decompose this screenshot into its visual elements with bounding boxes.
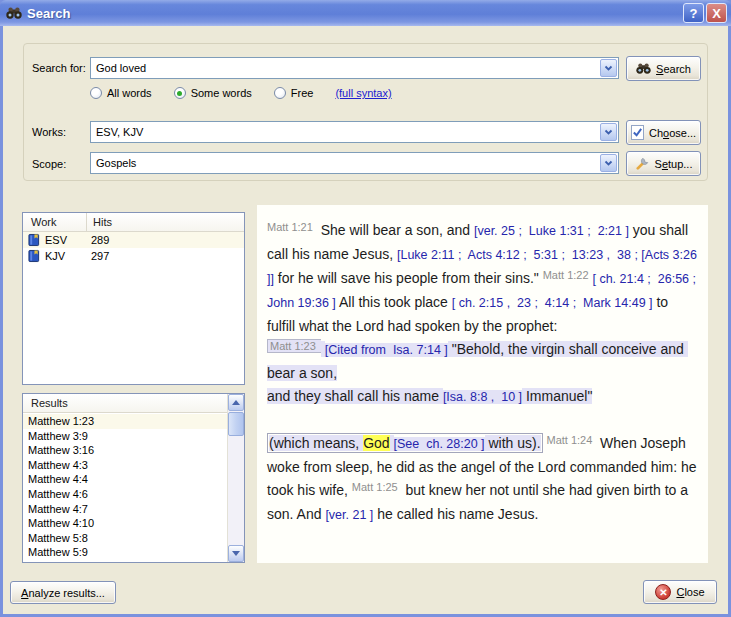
radio-button[interactable] <box>274 87 286 99</box>
works-select-value: ESV, KJV <box>96 126 618 138</box>
scroll-up-button[interactable] <box>228 394 244 411</box>
verse-text: for he will save his people from their s… <box>274 270 543 286</box>
radio-option-some-words[interactable]: Some words <box>174 87 252 99</box>
window-close-button[interactable]: X <box>706 3 727 23</box>
search-mode-radios: All wordsSome wordsFree(full syntax) <box>90 87 392 99</box>
setup-scope-button[interactable]: Setup... <box>626 151 701 176</box>
results-header[interactable]: Results <box>23 394 228 413</box>
verse-text-panel: Matt 1:21 She will bear a son, and [ver.… <box>257 205 708 563</box>
list-item[interactable]: Matthew 3:9 <box>23 429 227 444</box>
full-syntax-link[interactable]: (full syntax) <box>335 87 391 99</box>
hits-column-header[interactable]: Hits <box>87 216 112 228</box>
scope-label: Scope: <box>32 158 66 170</box>
search-hit-word: God <box>363 435 389 451</box>
work-name: ESV <box>45 234 87 246</box>
verse-text: She will bear a son, and <box>313 222 474 238</box>
list-item[interactable]: Matthew 4:3 <box>23 458 227 473</box>
list-item[interactable]: Matthew 3:16 <box>23 443 227 458</box>
verse-text: with us). <box>485 435 541 451</box>
search-button-label: Search <box>656 63 691 75</box>
verse-text <box>390 435 394 451</box>
search-input[interactable]: God loved <box>90 57 619 79</box>
work-name: KJV <box>45 250 87 262</box>
list-item[interactable]: Matthew 1:23 <box>23 414 227 429</box>
close-button-label: Close <box>676 586 704 598</box>
radio-option-all-words[interactable]: All words <box>90 87 152 99</box>
verse-text: (which means, <box>269 435 363 451</box>
chevron-down-icon <box>604 159 613 167</box>
work-hits-rows: ESV289KJV297 <box>23 232 244 264</box>
work-hits-panel: Work Hits ESV289KJV297 <box>22 212 245 385</box>
radio-option-free[interactable]: Free <box>274 87 314 99</box>
binoculars-icon <box>6 6 22 20</box>
close-x-icon: ✕ <box>655 584 671 600</box>
choose-button-label: Choose... <box>649 127 696 139</box>
list-item[interactable]: Matthew 4:4 <box>23 472 227 487</box>
works-dropdown-arrow[interactable] <box>600 123 617 141</box>
works-select[interactable]: ESV, KJV <box>90 121 619 143</box>
table-row[interactable]: KJV297 <box>23 248 244 264</box>
search-dropdown-arrow[interactable] <box>600 59 617 77</box>
verse-reference: Matt 1:23 <box>267 339 321 353</box>
table-row[interactable]: ESV289 <box>23 232 244 248</box>
wrench-icon <box>635 156 650 171</box>
binoculars-icon <box>636 62 651 75</box>
list-item[interactable]: Matthew 4:6 <box>23 487 227 502</box>
radio-button[interactable] <box>90 87 102 99</box>
verse-reference: Matt 1:25 <box>352 481 398 493</box>
search-input-value: God loved <box>96 62 618 74</box>
radio-label: Some words <box>191 87 252 99</box>
verse-text: he called his name Jesus. <box>373 506 538 522</box>
verse-reference: Matt 1:21 <box>267 221 313 233</box>
analyze-button-label: Analyze results... <box>21 587 105 599</box>
list-item[interactable]: Matthew 5:34 <box>23 560 227 562</box>
search-button[interactable]: Search <box>626 56 701 81</box>
work-hits: 289 <box>87 234 109 246</box>
work-hits-header: Work Hits <box>23 213 244 232</box>
radio-dot <box>177 91 182 96</box>
scope-select[interactable]: Gospels <box>90 152 619 174</box>
list-item[interactable]: Matthew 4:7 <box>23 502 227 517</box>
chevron-down-icon <box>604 64 613 72</box>
work-column-header[interactable]: Work <box>23 213 87 231</box>
work-hits: 297 <box>87 250 109 262</box>
analyze-results-button[interactable]: Analyze results... <box>10 581 116 604</box>
list-item[interactable]: Matthew 5:9 <box>23 545 227 560</box>
arrow-down-icon <box>232 551 240 556</box>
radio-button[interactable] <box>174 87 186 99</box>
cross-reference-link[interactable]: [See ch. 28:20 ] <box>394 437 485 451</box>
highlighted-verse-box: (which means, God [See ch. 28:20 ] with … <box>267 433 543 453</box>
cross-reference-link[interactable]: [ ch. 2:15 , 23 ; 4:14 ; Mark 14:49 ] <box>452 296 653 310</box>
choose-works-button[interactable]: Choose... <box>626 120 701 145</box>
radio-label: Free <box>291 87 314 99</box>
verse-text: All this took place <box>336 294 452 310</box>
cross-reference-link[interactable]: [Cited from Isa. 7:14 ] <box>325 343 448 357</box>
cross-reference-link[interactable]: [ver. 25 ; Luke 1:31 ; 2:21 ] <box>474 224 629 238</box>
arrow-up-icon <box>232 400 240 405</box>
title-bar: Search ? X <box>0 0 731 26</box>
verse-reference: Matt 1:24 <box>546 434 592 446</box>
book-icon <box>28 249 40 263</box>
scope-select-value: Gospels <box>96 157 618 169</box>
radio-label: All words <box>107 87 152 99</box>
checkmark-icon <box>631 125 644 140</box>
verse-reference: Matt 1:22 <box>543 269 589 281</box>
close-button[interactable]: ✕ Close <box>643 580 717 604</box>
help-button[interactable]: ? <box>683 3 704 23</box>
chevron-down-icon <box>604 128 613 136</box>
list-item[interactable]: Matthew 5:8 <box>23 531 227 546</box>
cross-reference-link[interactable]: [ver. 21 ] <box>325 508 373 522</box>
scope-dropdown-arrow[interactable] <box>600 154 617 172</box>
search-dialog: Search ? X Search for: God loved Search … <box>0 0 731 617</box>
book-icon <box>28 233 40 247</box>
list-item[interactable]: Matthew 4:10 <box>23 516 227 531</box>
verse-text: and they shall call his name <box>267 388 443 404</box>
results-list: Matthew 1:23Matthew 3:9Matthew 3:16Matth… <box>23 414 227 562</box>
search-for-label: Search for: <box>32 62 86 74</box>
results-scrollbar[interactable] <box>227 394 244 562</box>
passage-text: Matt 1:21 She will bear a son, and [ver.… <box>257 205 708 527</box>
scroll-down-button[interactable] <box>228 545 244 562</box>
cross-reference-link[interactable]: [Isa. 8:8 , 10 ] <box>443 390 522 404</box>
window-title: Search <box>27 6 681 21</box>
scrollbar-thumb[interactable] <box>228 412 244 436</box>
